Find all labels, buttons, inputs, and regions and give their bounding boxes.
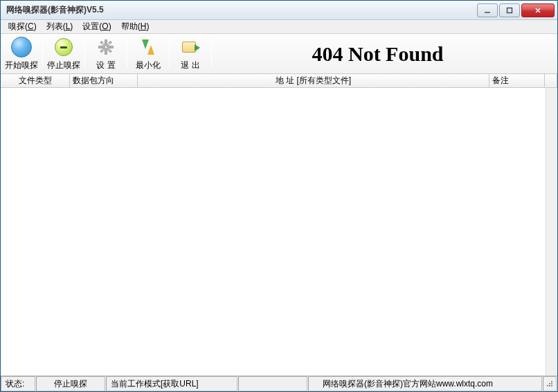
col-scroll-spacer bbox=[545, 74, 557, 87]
toolbar: 开始嗅探 停止嗅探 设 置 bbox=[1, 34, 557, 74]
menu-bar: 嗅探(C) 列表(L) 设置(O) 帮助(H) bbox=[1, 20, 557, 34]
exit-label: 退 出 bbox=[181, 60, 199, 71]
svg-rect-10 bbox=[100, 50, 103, 53]
close-window-button[interactable] bbox=[521, 3, 555, 17]
minimize-window-button[interactable] bbox=[477, 3, 498, 17]
svg-rect-6 bbox=[110, 46, 113, 48]
grip-icon bbox=[546, 380, 554, 388]
status-label: 状态: bbox=[1, 376, 35, 391]
svg-point-2 bbox=[105, 46, 107, 48]
start-sniff-label: 开始嗅探 bbox=[5, 60, 38, 71]
separator bbox=[84, 39, 85, 68]
window-title: 网络嗅探器(影音神探)V5.5 bbox=[6, 4, 477, 16]
col-direction[interactable]: 数据包方向 bbox=[70, 74, 138, 87]
title-bar[interactable]: 网络嗅探器(影音神探)V5.5 bbox=[1, 1, 557, 20]
banner-text: 404 Not Found bbox=[213, 35, 556, 72]
status-site: 网络嗅探器(影音神探)官方网站www.wlxtq.com bbox=[308, 376, 542, 391]
maximize-icon bbox=[506, 7, 513, 14]
status-mode: 停止嗅探 bbox=[36, 376, 105, 391]
svg-rect-12 bbox=[549, 383, 550, 384]
separator bbox=[169, 39, 170, 68]
svg-rect-7 bbox=[100, 41, 103, 44]
svg-rect-0 bbox=[507, 8, 512, 12]
table-body[interactable] bbox=[1, 88, 557, 376]
arrows-icon bbox=[139, 38, 157, 56]
menu-sniff[interactable]: 嗅探(C) bbox=[3, 19, 42, 34]
status-workmode: 当前工作模式[获取URL] bbox=[106, 376, 237, 391]
table-header: 文件类型 数据包方向 地 址 [所有类型文件] 备注 bbox=[1, 74, 557, 88]
menu-help[interactable]: 帮助(H) bbox=[116, 19, 154, 34]
svg-rect-5 bbox=[99, 46, 102, 48]
globe-icon bbox=[11, 37, 32, 57]
vertical-scrollbar[interactable] bbox=[546, 88, 557, 375]
svg-rect-15 bbox=[549, 385, 550, 386]
close-icon bbox=[534, 7, 541, 14]
settings-label: 设 置 bbox=[96, 60, 115, 71]
svg-rect-11 bbox=[551, 381, 552, 382]
maximize-window-button[interactable] bbox=[499, 3, 520, 17]
menu-list[interactable]: 列表(L) bbox=[42, 19, 78, 34]
svg-rect-8 bbox=[109, 50, 111, 53]
minimize-button[interactable]: 最小化 bbox=[129, 35, 168, 72]
svg-rect-3 bbox=[105, 40, 107, 43]
window-controls bbox=[477, 3, 555, 17]
separator bbox=[127, 39, 127, 68]
svg-rect-14 bbox=[547, 385, 548, 386]
svg-rect-13 bbox=[551, 383, 552, 384]
stop-icon bbox=[55, 38, 73, 56]
status-bar: 状态: 停止嗅探 当前工作模式[获取URL] 网络嗅探器(影音神探)官方网站ww… bbox=[1, 376, 557, 391]
separator bbox=[211, 39, 212, 68]
status-empty bbox=[238, 376, 307, 391]
resize-grip[interactable] bbox=[543, 376, 557, 391]
stop-sniff-button[interactable]: 停止嗅探 bbox=[44, 35, 83, 72]
minimize-icon bbox=[484, 7, 491, 14]
gear-icon bbox=[95, 36, 117, 58]
menu-settings[interactable]: 设置(O) bbox=[78, 19, 116, 34]
exit-icon bbox=[181, 39, 200, 55]
minimize-label: 最小化 bbox=[136, 60, 161, 71]
col-address[interactable]: 地 址 [所有类型文件] bbox=[138, 74, 489, 87]
svg-rect-9 bbox=[109, 41, 111, 44]
svg-rect-16 bbox=[551, 385, 552, 386]
col-remark[interactable]: 备注 bbox=[489, 74, 545, 87]
col-filetype[interactable]: 文件类型 bbox=[1, 74, 70, 87]
settings-button[interactable]: 设 置 bbox=[87, 35, 125, 72]
exit-button[interactable]: 退 出 bbox=[171, 35, 210, 72]
start-sniff-button[interactable]: 开始嗅探 bbox=[2, 35, 41, 72]
app-window: 网络嗅探器(影音神探)V5.5 嗅探(C) 列表(L) 设置(O) 帮助(H) … bbox=[0, 0, 558, 392]
stop-sniff-label: 停止嗅探 bbox=[47, 60, 80, 71]
separator bbox=[42, 39, 43, 68]
svg-rect-4 bbox=[105, 51, 107, 54]
